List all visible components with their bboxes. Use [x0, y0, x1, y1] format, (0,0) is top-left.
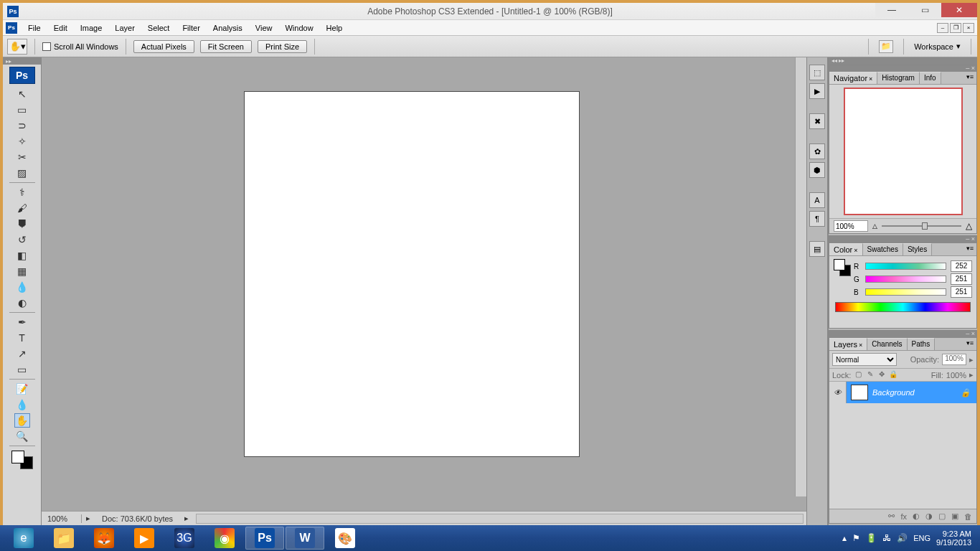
blend-mode-select[interactable]: Normal	[832, 353, 897, 366]
move-tool[interactable]: ↖	[14, 87, 30, 101]
tab-paths[interactable]: Paths	[908, 338, 936, 350]
tab-layers[interactable]: Layers×	[829, 338, 867, 350]
new-layer-icon[interactable]: ▣	[951, 512, 958, 521]
gradient-tool[interactable]: ▦	[14, 264, 30, 278]
navigator-preview[interactable]	[844, 88, 963, 215]
lock-transparent-icon[interactable]: ▢	[854, 370, 863, 380]
menu-edit[interactable]: Edit	[47, 20, 74, 36]
taskbar-firefox[interactable]: 🦊	[85, 527, 123, 550]
g-value[interactable]: 251	[951, 273, 972, 285]
link-layers-icon[interactable]: ⚯	[888, 512, 895, 521]
workspace-menu[interactable]: Workspace▾	[914, 42, 961, 51]
zoom-out-icon[interactable]: △	[872, 222, 877, 230]
eraser-tool[interactable]: ◧	[14, 248, 30, 263]
menu-file[interactable]: File	[22, 20, 47, 36]
menu-select[interactable]: Select	[141, 20, 176, 36]
menu-help[interactable]: Help	[320, 20, 349, 36]
pen-tool[interactable]: ✒	[14, 315, 30, 329]
toolbox-handle[interactable]: ▸▸	[3, 57, 41, 65]
zoom-in-icon[interactable]: △	[966, 221, 972, 231]
history-brush-tool[interactable]: ↺	[14, 232, 30, 247]
type-tool[interactable]: T	[14, 331, 30, 345]
delete-layer-icon[interactable]: 🗑	[964, 512, 972, 521]
layer-name[interactable]: Background	[872, 388, 915, 397]
taskbar-3g[interactable]: 3G	[165, 527, 204, 550]
dock-icon-4[interactable]: ✿	[809, 143, 825, 159]
menu-analysis[interactable]: Analysis	[207, 20, 249, 36]
doc-restore-button[interactable]: ❐	[950, 23, 961, 33]
tray-up-icon[interactable]: ▴	[842, 533, 847, 543]
adjustment-layer-icon[interactable]: ◑	[925, 512, 933, 521]
lock-all-icon[interactable]: 🔒	[888, 370, 897, 380]
zoom-tool[interactable]: 🔍	[14, 429, 30, 443]
opacity-field[interactable]: 100%	[942, 354, 966, 365]
taskbar-ie[interactable]: e	[4, 527, 43, 550]
tray-network-icon[interactable]: 🖧	[882, 533, 891, 543]
navigator-zoom-slider[interactable]	[882, 224, 961, 228]
foreground-color-swatch[interactable]	[11, 451, 24, 463]
status-arrow-icon[interactable]: ▸	[82, 514, 95, 523]
print-size-button[interactable]: Print Size	[258, 40, 307, 53]
path-select-tool[interactable]: ↗	[14, 347, 30, 361]
menu-view[interactable]: View	[249, 20, 279, 36]
fit-screen-button[interactable]: Fit Screen	[200, 40, 252, 53]
panels-handle[interactable]: ◂◂ ▸▸	[829, 57, 977, 65]
dock-icon-7[interactable]: ¶	[809, 211, 825, 227]
layer-visibility-icon[interactable]: 👁	[829, 382, 847, 403]
scrollbar-vertical[interactable]	[795, 57, 806, 496]
color-ramp[interactable]	[835, 302, 971, 312]
scrollbar-horizontal[interactable]	[196, 514, 804, 524]
dock-icon-6[interactable]: A	[809, 192, 825, 208]
healing-tool[interactable]: ⚕	[14, 185, 30, 199]
lock-pixels-icon[interactable]: ✎	[865, 370, 875, 380]
taskbar-word[interactable]: W	[286, 527, 324, 550]
taskbar-media[interactable]: ▶	[125, 527, 164, 550]
blur-tool[interactable]: 💧	[14, 280, 30, 294]
navigator-zoom-input[interactable]	[834, 220, 868, 232]
canvas-area[interactable]	[42, 57, 806, 511]
layer-style-icon[interactable]: fx	[900, 512, 907, 521]
menu-image[interactable]: Image	[74, 20, 109, 36]
taskbar-explorer[interactable]: 📁	[44, 527, 83, 550]
tray-clock[interactable]: 9:23 AM 9/19/2013	[936, 529, 976, 547]
tray-battery-icon[interactable]: 🔋	[866, 533, 877, 543]
r-slider[interactable]	[865, 263, 946, 270]
taskbar-paint[interactable]: 🎨	[326, 527, 364, 550]
close-button[interactable]: ✕	[941, 3, 977, 17]
stamp-tool[interactable]: ⛊	[14, 217, 30, 231]
color-panel-swatches[interactable]	[834, 259, 851, 276]
tray-flag-icon[interactable]: ⚑	[852, 533, 860, 543]
dock-icon-5[interactable]: ⬢	[809, 162, 825, 178]
b-value[interactable]: 251	[951, 286, 972, 298]
hand-tool[interactable]: ✋	[14, 413, 30, 428]
shape-tool[interactable]: ▭	[14, 362, 30, 377]
eyedropper-tool[interactable]: 💧	[14, 397, 30, 412]
panel-menu-icon[interactable]: ▾≡	[963, 243, 976, 255]
panel-menu-icon[interactable]: ▾≡	[963, 72, 976, 84]
slice-tool[interactable]: ▨	[14, 166, 30, 180]
actual-pixels-button[interactable]: Actual Pixels	[133, 40, 194, 53]
layer-mask-icon[interactable]: ◐	[913, 512, 920, 521]
zoom-field[interactable]: 100%	[42, 514, 82, 523]
g-slider[interactable]	[865, 276, 946, 283]
go-to-bridge-button[interactable]: 📁	[879, 40, 893, 53]
menu-layer[interactable]: Layer	[108, 20, 141, 36]
layer-thumbnail[interactable]	[851, 385, 868, 400]
menu-window[interactable]: Window	[278, 20, 319, 36]
menu-filter[interactable]: Filter	[176, 20, 206, 36]
ps-mini-icon[interactable]: Ps	[6, 22, 17, 34]
taskbar-photoshop[interactable]: Ps	[245, 527, 284, 550]
r-value[interactable]: 252	[951, 260, 972, 272]
lasso-tool[interactable]: ⊃	[14, 118, 30, 133]
maximize-button[interactable]: ▭	[908, 3, 941, 17]
brush-tool[interactable]: 🖌	[14, 201, 30, 215]
lock-position-icon[interactable]: ✥	[877, 370, 886, 380]
tab-styles[interactable]: Styles	[903, 243, 932, 255]
tab-info[interactable]: Info	[920, 72, 941, 84]
color-swatches[interactable]	[11, 451, 33, 469]
b-slider[interactable]	[865, 288, 946, 296]
crop-tool[interactable]: ✂	[14, 150, 30, 164]
dock-icon-2[interactable]: ▶	[809, 83, 825, 99]
tab-navigator[interactable]: Navigator×	[829, 72, 877, 84]
minimize-button[interactable]: —	[875, 3, 908, 17]
